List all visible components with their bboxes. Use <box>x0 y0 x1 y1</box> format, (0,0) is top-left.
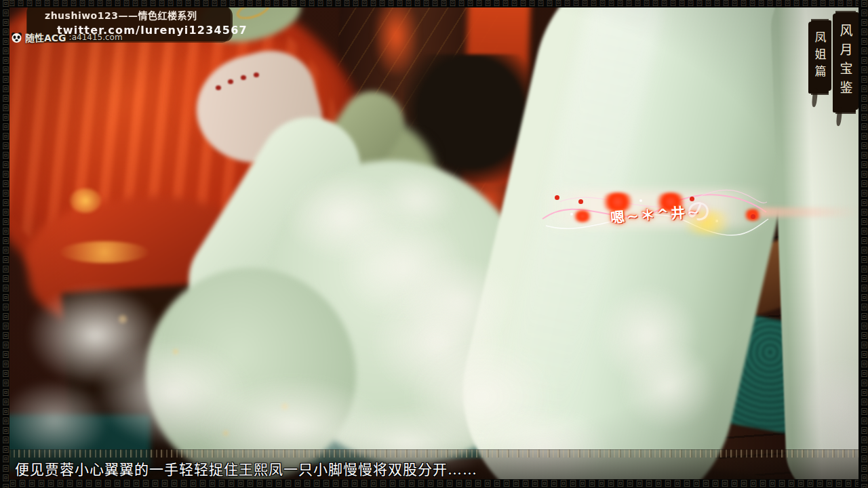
frame-border-right: 回回回回回回回回回回回回回回回回回回回回回回回回回回回回回回回回回回回回回回回回… <box>859 0 868 488</box>
frame-pattern: 回回回回回回回回回回回回回回回回回回回回回回回回回回回回回回回回回回回回回回回回… <box>0 0 868 7</box>
sfx-overlay: 嗯~＊^井~ の <box>539 182 770 239</box>
volume-seal-text: 风月宝鉴 <box>837 24 855 100</box>
site-logo: 随性ACG:a41415.com <box>11 30 123 44</box>
vignette-overlay <box>0 0 868 488</box>
chapter-seal: 凤姐篇 <box>808 22 831 91</box>
caption-bar: 便见贾蓉小心翼翼的一手轻轻捉住王熙凤一只小脚慢慢将双股分开…… <box>8 449 860 479</box>
watermark-series-title: zhushiwo123——情色红楼系列 <box>45 8 231 22</box>
red-petal <box>555 195 559 200</box>
comic-page: 嗯~＊^井~ の zhushiwo123——情色红楼系列 twitter.com… <box>0 0 868 488</box>
frame-pattern: 回回回回回回回回回回回回回回回回回回回回回回回回回回回回回回回回回回回回回回回回… <box>1 0 9 488</box>
logo-name: 随性ACG <box>25 30 66 44</box>
decorative-trim <box>8 449 860 458</box>
chapter-seal-text: 凤姐篇 <box>812 31 829 82</box>
red-petal <box>751 214 755 219</box>
frame-border-left: 回回回回回回回回回回回回回回回回回回回回回回回回回回回回回回回回回回回回回回回回… <box>0 0 9 488</box>
volume-seal: 风月宝鉴 <box>833 14 859 110</box>
red-petal <box>578 199 583 204</box>
panda-icon <box>11 32 22 43</box>
frame-border-bottom: 回回回回回回回回回回回回回回回回回回回回回回回回回回回回回回回回回回回回回回回回… <box>0 479 868 488</box>
frame-pattern: 回回回回回回回回回回回回回回回回回回回回回回回回回回回回回回回回回回回回回回回回… <box>860 0 867 488</box>
frame-pattern: 回回回回回回回回回回回回回回回回回回回回回回回回回回回回回回回回回回回回回回回回… <box>0 480 868 487</box>
frame-border-top: 回回回回回回回回回回回回回回回回回回回回回回回回回回回回回回回回回回回回回回回回… <box>0 0 868 7</box>
caption-text: 便见贾蓉小心翼翼的一手轻轻捉住王熙凤一只小脚慢慢将双股分开…… <box>15 458 477 479</box>
logo-site-url: :a41415.com <box>69 33 123 42</box>
light-streak-tail <box>760 207 861 217</box>
red-glow <box>572 210 593 222</box>
scene-art: 嗯~＊^井~ の zhushiwo123——情色红楼系列 twitter.com… <box>0 0 868 488</box>
